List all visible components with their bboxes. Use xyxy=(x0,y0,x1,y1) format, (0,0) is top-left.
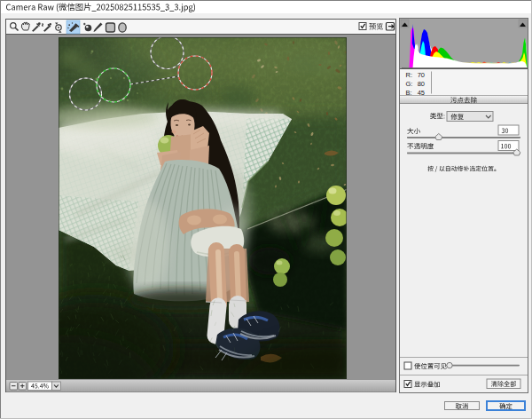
svg-text:R:: R: xyxy=(406,71,413,79)
svg-text:G:: G: xyxy=(406,80,413,88)
svg-text:70: 70 xyxy=(418,71,425,79)
svg-text:80: 80 xyxy=(418,80,425,88)
